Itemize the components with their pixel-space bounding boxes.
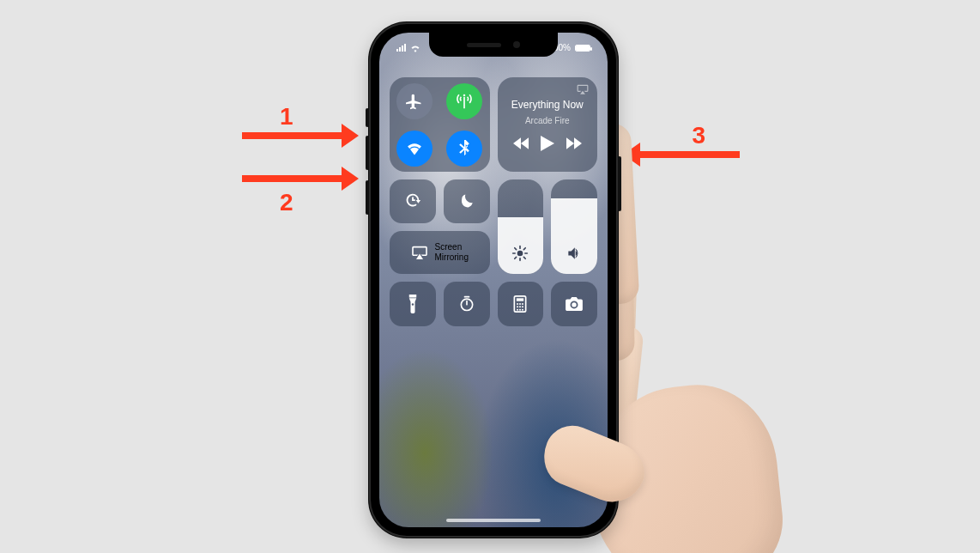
earpiece-speaker [467, 43, 501, 47]
arrow-icon [242, 132, 345, 139]
front-camera [513, 41, 520, 48]
svg-point-15 [519, 303, 521, 305]
screen-mirroring-label-2: Mirroring [435, 252, 469, 263]
calculator-icon [513, 295, 527, 313]
svg-point-21 [519, 309, 521, 311]
wifi-icon [406, 140, 423, 157]
media-title: Everything Now [511, 99, 584, 111]
cellular-data-toggle[interactable] [446, 83, 482, 119]
bluetooth-toggle[interactable] [446, 131, 482, 167]
volume-up-button[interactable] [366, 136, 369, 170]
camera-button[interactable] [551, 282, 597, 326]
airplane-mode-toggle[interactable] [396, 83, 433, 119]
svg-point-18 [519, 306, 521, 307]
bluetooth-icon [456, 140, 473, 157]
airplane-icon [406, 93, 423, 110]
svg-line-7 [515, 257, 517, 258]
svg-rect-13 [517, 298, 523, 301]
svg-point-17 [517, 306, 518, 307]
svg-line-6 [524, 257, 526, 258]
play-button[interactable] [541, 136, 554, 151]
brightness-icon [511, 245, 529, 262]
cellular-signal-icon [396, 44, 406, 52]
camera-icon [565, 296, 584, 312]
airplay-icon [577, 84, 589, 94]
home-indicator[interactable] [446, 519, 541, 522]
callout-volume-up: 1 [242, 132, 345, 139]
volume-down-button[interactable] [366, 180, 369, 215]
previous-track-button[interactable] [513, 137, 529, 149]
calculator-button[interactable] [498, 282, 544, 326]
connectivity-tile [390, 77, 490, 172]
volume-slider[interactable] [551, 179, 597, 274]
flashlight-icon [407, 295, 419, 313]
brightness-slider[interactable] [498, 179, 544, 274]
control-center: Everything Now Arcade Fire [390, 77, 597, 376]
svg-point-14 [517, 303, 518, 305]
notch [429, 33, 558, 57]
wifi-status-icon [410, 44, 420, 52]
callout-number-1: 1 [280, 103, 293, 131]
antenna-icon [456, 93, 473, 110]
battery-icon [575, 45, 590, 52]
media-artist: Arcade Fire [525, 116, 570, 125]
svg-point-22 [522, 309, 523, 311]
next-track-button[interactable] [566, 137, 582, 149]
svg-line-8 [524, 248, 526, 250]
svg-point-0 [517, 251, 523, 257]
callout-volume-down: 2 [242, 175, 345, 182]
callout-side-button: 3 [637, 151, 740, 158]
flashlight-button[interactable] [390, 282, 436, 326]
do-not-disturb-toggle[interactable] [444, 179, 490, 223]
arrow-icon [242, 175, 345, 182]
svg-point-19 [522, 306, 523, 307]
timer-icon [458, 295, 475, 313]
volume-icon [566, 245, 583, 262]
screen-mirroring-label-1: Screen [435, 242, 469, 252]
mute-switch[interactable] [366, 108, 369, 127]
callout-number-2: 2 [280, 189, 293, 216]
arrow-icon [637, 151, 740, 158]
screen-mirroring-icon [411, 246, 428, 259]
svg-line-5 [515, 248, 517, 250]
orientation-lock-icon [403, 191, 422, 210]
svg-point-20 [517, 309, 518, 311]
side-button[interactable] [618, 156, 621, 211]
timer-button[interactable] [444, 282, 490, 326]
orientation-lock-toggle[interactable] [390, 179, 436, 223]
screen-mirroring-button[interactable]: Screen Mirroring [390, 231, 490, 275]
svg-point-16 [522, 303, 523, 305]
wifi-toggle[interactable] [396, 131, 433, 167]
callout-number-3: 3 [692, 122, 705, 149]
moon-icon [458, 192, 475, 210]
now-playing-tile[interactable]: Everything Now Arcade Fire [498, 77, 598, 172]
